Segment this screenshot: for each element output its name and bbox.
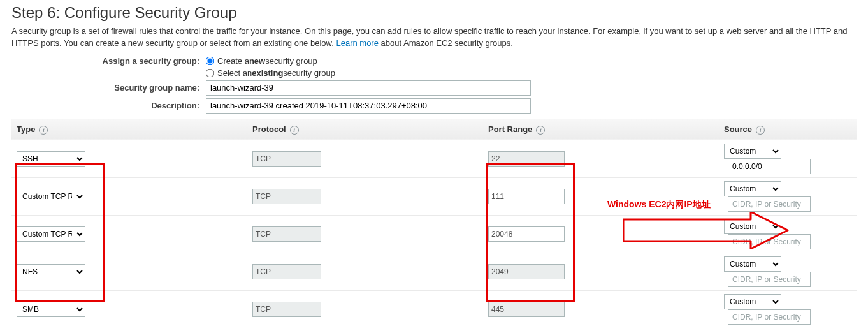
cidr-input[interactable] (728, 159, 811, 174)
desc-post: about Amazon EC2 security groups. (379, 38, 513, 48)
page-container: Step 6: Configure Security Group A secur… (11, 4, 857, 326)
source-type-select[interactable]: Custom (724, 256, 781, 272)
cidr-input[interactable] (728, 234, 811, 249)
port-input (488, 302, 565, 317)
select-existing-pre: Select an (217, 68, 252, 78)
sg-name-row: Security group name: (11, 80, 857, 96)
create-new-post: security group (265, 56, 317, 66)
annotation-text: Windows EC2内网IP地址 (607, 199, 711, 211)
page-description: A security group is a set of firewall ru… (11, 26, 857, 50)
assign-row: Assign a security group: Create a new se… (11, 56, 857, 66)
table-row: SSHCustom (11, 140, 857, 177)
type-select[interactable]: NFS (17, 264, 85, 279)
protocol-input (252, 189, 321, 204)
source-type-select[interactable]: Custom (724, 144, 781, 159)
sg-desc-label: Description: (11, 101, 206, 110)
table-row: NFSCustom (11, 253, 857, 290)
select-existing-bold: existing (252, 68, 283, 78)
port-input (488, 151, 565, 167)
sg-desc-input[interactable] (206, 98, 531, 114)
th-port-range: Port Rangei (483, 119, 719, 140)
protocol-input (252, 151, 321, 167)
source-type-select[interactable]: Custom (724, 181, 781, 196)
table-row: Custom TCP RuleCustom (11, 177, 857, 215)
type-select[interactable]: Custom TCP Rule (17, 226, 85, 242)
sg-name-label: Security group name: (11, 83, 206, 93)
protocol-input (252, 264, 321, 279)
port-input[interactable] (488, 189, 565, 204)
th-source: Sourcei (719, 119, 857, 140)
cidr-input[interactable] (728, 309, 811, 325)
page-title: Step 6: Configure Security Group (11, 4, 857, 22)
cidr-input[interactable] (728, 272, 811, 287)
port-input (488, 264, 565, 279)
select-existing-row: Select an existing security group (11, 68, 857, 78)
select-existing-radio[interactable] (206, 68, 215, 77)
table-header-row: Typei Protocoli Port Rangei Sourcei (11, 119, 857, 140)
type-select[interactable]: Custom TCP Rule (17, 189, 85, 204)
port-input[interactable] (488, 226, 565, 242)
th-protocol: Protocoli (247, 119, 483, 140)
create-new-radio[interactable] (206, 56, 215, 65)
source-type-select[interactable]: Custom (724, 294, 781, 309)
th-type: Typei (11, 119, 247, 140)
info-icon[interactable]: i (756, 126, 765, 135)
protocol-input (252, 302, 321, 317)
create-new-option[interactable]: Create a new security group (206, 56, 317, 66)
cidr-input[interactable] (728, 196, 811, 212)
info-icon[interactable]: i (39, 126, 48, 135)
info-icon[interactable]: i (536, 126, 545, 135)
source-type-select[interactable]: Custom (724, 219, 781, 234)
table-row: SMBCustom (11, 290, 857, 326)
select-existing-post: security group (283, 68, 335, 78)
learn-more-link[interactable]: Learn more (336, 38, 378, 48)
sg-desc-row: Description: (11, 98, 857, 114)
select-existing-option[interactable]: Select an existing security group (206, 68, 335, 78)
sg-name-input[interactable] (206, 80, 531, 96)
type-select[interactable]: SSH (17, 151, 85, 167)
assign-label: Assign a security group: (11, 56, 206, 66)
table-row: Custom TCP RuleCustom (11, 215, 857, 253)
protocol-input (252, 226, 321, 242)
info-icon[interactable]: i (290, 126, 299, 135)
type-select[interactable]: SMB (17, 302, 85, 317)
create-new-bold: new (249, 56, 265, 66)
rules-table: Typei Protocoli Port Rangei Sourcei SSHC… (11, 119, 857, 326)
create-new-pre: Create a (217, 56, 249, 66)
